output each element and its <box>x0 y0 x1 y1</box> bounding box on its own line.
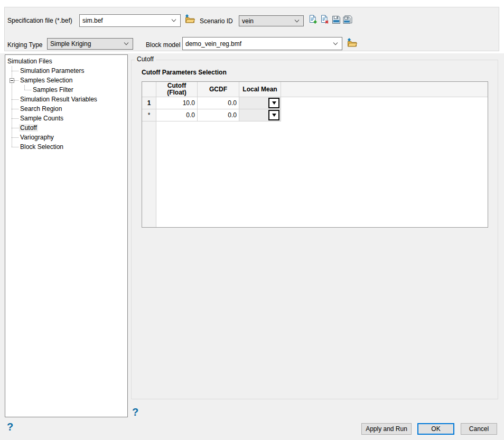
navigation-tree: Simulation Files Simulation Parameters S… <box>5 54 128 417</box>
dropdown-triangle-icon <box>272 101 276 105</box>
scenario-id-combobox[interactable]: vein <box>239 15 304 26</box>
table-header-filler <box>281 82 488 97</box>
tree-item-samples-filter[interactable]: Samples Filter <box>33 85 73 95</box>
tree-connector <box>24 85 25 90</box>
tree-item-samples-selection[interactable]: Samples Selection <box>20 76 72 85</box>
tree-item-simulation-result-variables[interactable]: Simulation Result Variables <box>20 95 97 104</box>
tree-connector <box>24 90 31 90</box>
chevron-down-icon <box>171 19 176 22</box>
table-corner-header <box>142 82 156 97</box>
spec-file-combobox[interactable]: sim.bef <box>79 14 181 27</box>
block-model-value: demo_vein_reg.bmf <box>183 40 333 48</box>
dialog: Specification file (*.bef) sim.bef Scena… <box>0 0 504 440</box>
cell-local-mean[interactable] <box>239 97 281 109</box>
browse-spec-file-button[interactable] <box>184 15 195 25</box>
tree-item-sample-counts[interactable]: Sample Counts <box>20 114 63 123</box>
floppy-disk-copy-icon <box>343 15 352 26</box>
tree-item-search-region[interactable]: Search Region <box>20 104 62 114</box>
block-model-label: Block model <box>146 41 180 49</box>
column-header-local-mean[interactable]: Local Mean <box>239 82 281 97</box>
dropdown-triangle-icon <box>272 114 276 117</box>
tree-connector <box>12 99 18 100</box>
floppy-disk-icon <box>332 15 341 26</box>
local-mean-dropdown-button[interactable] <box>268 98 279 108</box>
chevron-down-icon <box>294 20 300 23</box>
browse-block-model-button[interactable] <box>346 39 357 49</box>
tree-item-simulation-files[interactable]: Simulation Files <box>7 57 52 66</box>
ok-button[interactable]: OK <box>417 423 454 435</box>
tree-connector <box>12 137 18 138</box>
apply-and-run-button[interactable]: Apply and Run <box>361 423 412 435</box>
panel-help-icon[interactable]: ? <box>132 407 138 417</box>
cell-local-mean[interactable] <box>239 109 281 121</box>
tree-collapse-icon[interactable] <box>10 78 14 83</box>
document-plus-icon <box>308 15 318 26</box>
tree-connector <box>12 71 18 71</box>
cell-gcdf[interactable]: 0.0 <box>198 109 239 121</box>
spec-file-label: Specification file (*.bef) <box>7 16 72 25</box>
row-header[interactable]: * <box>142 109 156 121</box>
tree-connector <box>14 80 18 81</box>
tree-item-cutoff[interactable]: Cutoff <box>19 123 38 133</box>
save-scenario-as-button[interactable] <box>343 16 352 25</box>
column-header-cutoff[interactable]: Cutoff (Float) <box>156 82 198 97</box>
block-model-combobox[interactable]: demo_vein_reg.bmf <box>182 37 342 50</box>
save-scenario-button[interactable] <box>332 16 341 25</box>
kriging-type-label: Kriging Type <box>7 41 43 49</box>
cell-gcdf[interactable]: 0.0 <box>198 97 239 109</box>
tree-connector <box>12 147 18 147</box>
column-header-gcdf[interactable]: GCDF <box>198 82 239 97</box>
open-folder-icon <box>347 38 357 49</box>
scenario-id-label: Scenario ID <box>200 17 233 25</box>
new-scenario-button[interactable] <box>308 16 318 25</box>
chevron-down-icon <box>124 42 129 45</box>
kriging-type-value: Simple Kriging <box>48 40 124 48</box>
tree-connector <box>12 109 18 109</box>
cutoff-groupbox: Cutoff Cutoff Parameters Selection Cutof… <box>131 60 498 399</box>
cutoff-groupbox-label: Cutoff <box>135 55 156 63</box>
tree-item-simulation-parameters[interactable]: Simulation Parameters <box>20 66 84 76</box>
tree-connector <box>12 128 18 128</box>
document-x-icon <box>320 15 329 26</box>
delete-scenario-button[interactable] <box>320 16 329 25</box>
row-header[interactable]: 1 <box>142 97 156 109</box>
open-folder-icon <box>184 14 195 25</box>
spec-file-value: sim.bef <box>80 17 171 24</box>
scenario-id-value: vein <box>239 17 294 25</box>
tree-connector <box>12 118 18 119</box>
dialog-help-icon[interactable]: ? <box>7 422 13 432</box>
tree-item-variography[interactable]: Variography <box>20 133 54 142</box>
chevron-down-icon <box>333 42 338 45</box>
cutoff-parameters-table: Cutoff (Float) GCDF Local Mean 1 10.0 0.… <box>142 81 488 228</box>
tree-item-block-selection[interactable]: Block Selection <box>20 142 63 152</box>
local-mean-dropdown-button[interactable] <box>268 110 279 120</box>
cancel-button[interactable]: Cancel <box>461 423 497 435</box>
cutoff-section-title: Cutoff Parameters Selection <box>142 69 227 76</box>
kriging-type-combobox[interactable]: Simple Kriging <box>47 38 133 50</box>
cell-cutoff[interactable]: 10.0 <box>156 97 198 109</box>
cell-cutoff[interactable]: 0.0 <box>156 109 198 121</box>
